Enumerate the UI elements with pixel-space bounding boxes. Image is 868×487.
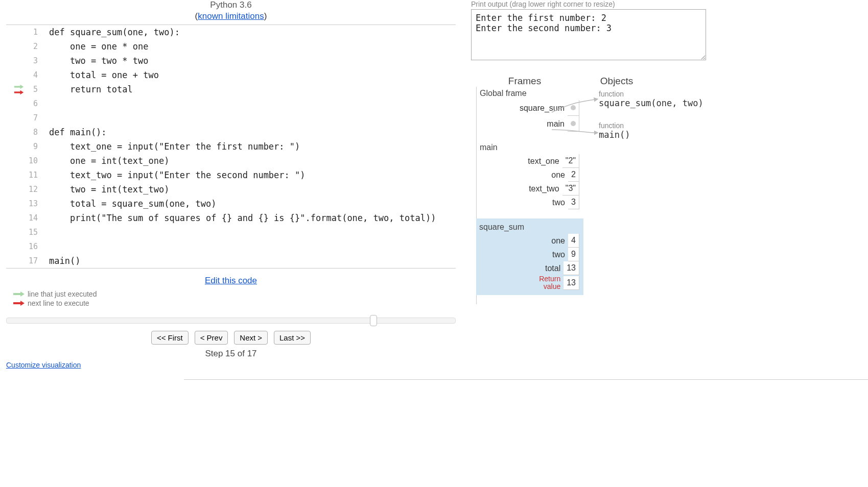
line-number: 9 xyxy=(25,142,42,151)
line-number: 1 xyxy=(25,28,42,37)
code-line: 2 one = one * one xyxy=(6,39,456,54)
code-line: 15 xyxy=(6,225,456,239)
line-number: 13 xyxy=(25,199,42,208)
main-frame: main text_one "2" one 2 text_two "3" two… xyxy=(476,141,583,209)
code-line: 7 xyxy=(6,111,456,125)
code-listing: 1def square_sum(one, two):2 one = one * … xyxy=(6,25,456,269)
step-label: Step 15 of 17 xyxy=(6,349,456,359)
line-number: 2 xyxy=(25,42,42,51)
var-row: two 9 xyxy=(476,248,583,261)
line-number: 5 xyxy=(25,85,42,94)
code-line: 13 total = square_sum(one, two) xyxy=(6,197,456,211)
code-text: def square_sum(one, two): xyxy=(42,27,456,37)
code-text: text_one = input("Enter the first number… xyxy=(42,141,456,152)
var-row: two 3 xyxy=(477,196,583,209)
legend-prev-arrow-icon xyxy=(13,291,25,297)
language-label: Python 3.6 xyxy=(6,0,456,10)
code-line: 10 one = int(text_one) xyxy=(6,154,456,168)
var-name: two xyxy=(522,198,568,207)
var-name: two xyxy=(522,250,568,259)
var-value: 3 xyxy=(568,196,579,209)
line-number: 3 xyxy=(25,56,42,65)
var-value: 13 xyxy=(564,261,579,275)
return-label: Returnvalue xyxy=(518,275,564,291)
prev-button[interactable]: < Prev xyxy=(195,331,228,345)
var-name: total xyxy=(518,264,564,273)
output-box[interactable]: Enter the first number: 2 Enter the seco… xyxy=(471,9,706,60)
object-text: square_sum(one, two) xyxy=(599,98,703,108)
code-text: text_two = input("Enter the second numbe… xyxy=(42,170,456,180)
var-value xyxy=(568,100,579,116)
var-value: 9 xyxy=(568,248,579,261)
svg-marker-1 xyxy=(20,84,24,88)
square-sum-frame: square_sum one 4 two 9 total 13 Returnva… xyxy=(476,218,583,295)
frame-title: main xyxy=(477,141,583,154)
var-value: "2" xyxy=(562,154,579,168)
var-row: total 13 xyxy=(476,261,583,275)
var-row: main xyxy=(477,116,583,132)
visualization: Global frame square_sum main main text_o… xyxy=(471,87,862,304)
var-value: 4 xyxy=(568,234,579,248)
code-text: def main(): xyxy=(42,127,456,137)
objects-header: Objects xyxy=(578,76,655,87)
code-line: 5 return total xyxy=(6,82,456,96)
code-text: print("The sum of squares of {} and {} i… xyxy=(42,213,456,223)
var-row: text_two "3" xyxy=(477,182,583,196)
limitations-link[interactable]: known limitations xyxy=(198,11,264,21)
code-line: 9 text_one = input("Enter the first numb… xyxy=(6,139,456,154)
object-type-label: function xyxy=(599,90,703,98)
var-value: "3" xyxy=(562,182,579,196)
last-button[interactable]: Last >> xyxy=(274,331,311,345)
line-number: 14 xyxy=(25,213,42,223)
output-label: Print output (drag lower right corner to… xyxy=(471,0,862,8)
code-text: total = one + two xyxy=(42,70,456,80)
step-slider[interactable] xyxy=(6,318,456,324)
object: function square_sum(one, two) xyxy=(599,90,703,108)
return-value: 13 xyxy=(564,276,579,290)
var-row: one 4 xyxy=(476,234,583,248)
next-line-arrow-icon xyxy=(13,90,25,95)
code-line: 12 two = int(text_two) xyxy=(6,182,456,197)
edit-code-link[interactable]: Edit this code xyxy=(205,276,257,285)
var-row: square_sum xyxy=(477,100,583,116)
code-text: total = square_sum(one, two) xyxy=(42,199,456,209)
var-name: main xyxy=(522,119,568,129)
global-frame: Global frame square_sum main xyxy=(477,87,583,132)
line-number: 8 xyxy=(25,128,42,137)
code-text: two = int(text_two) xyxy=(42,184,456,194)
pointer-dot-icon xyxy=(571,121,576,126)
line-number: 7 xyxy=(25,113,42,123)
code-line: 17main() xyxy=(6,254,456,268)
line-number: 16 xyxy=(25,242,42,251)
object-type-label: function xyxy=(599,121,703,130)
code-line: 3 two = two * two xyxy=(6,54,456,68)
line-number: 4 xyxy=(25,70,42,80)
var-name: text_two xyxy=(517,184,562,193)
object: function main() xyxy=(599,121,703,140)
legend-prev-text: line that just executed xyxy=(28,290,97,298)
var-row: one 2 xyxy=(477,168,583,182)
code-line: 14 print("The sum of squares of {} and {… xyxy=(6,211,456,225)
code-text: one = int(text_one) xyxy=(42,156,456,166)
line-number: 6 xyxy=(25,99,42,108)
var-name: text_one xyxy=(517,157,562,166)
slider-thumb[interactable] xyxy=(370,315,377,326)
var-name: one xyxy=(522,236,568,246)
customize-link[interactable]: Customize visualization xyxy=(6,361,81,369)
pointer-dot-icon xyxy=(571,105,576,110)
just-executed-arrow-icon xyxy=(13,84,25,89)
next-button[interactable]: Next > xyxy=(234,331,268,345)
code-line: 6 xyxy=(6,96,456,111)
var-name: square_sum xyxy=(520,104,568,113)
code-line: 1def square_sum(one, two): xyxy=(6,25,456,39)
code-line: 4 total = one + two xyxy=(6,68,456,82)
code-text: one = one * one xyxy=(42,41,456,52)
var-value: 2 xyxy=(568,168,579,182)
var-row: text_one "2" xyxy=(477,154,583,168)
frame-title: Global frame xyxy=(477,87,583,100)
first-button[interactable]: << First xyxy=(151,331,189,345)
code-text: main() xyxy=(42,256,456,266)
code-line: 8def main(): xyxy=(6,125,456,139)
code-text: two = two * two xyxy=(42,56,456,66)
legend-next-text: next line to execute xyxy=(28,299,89,307)
